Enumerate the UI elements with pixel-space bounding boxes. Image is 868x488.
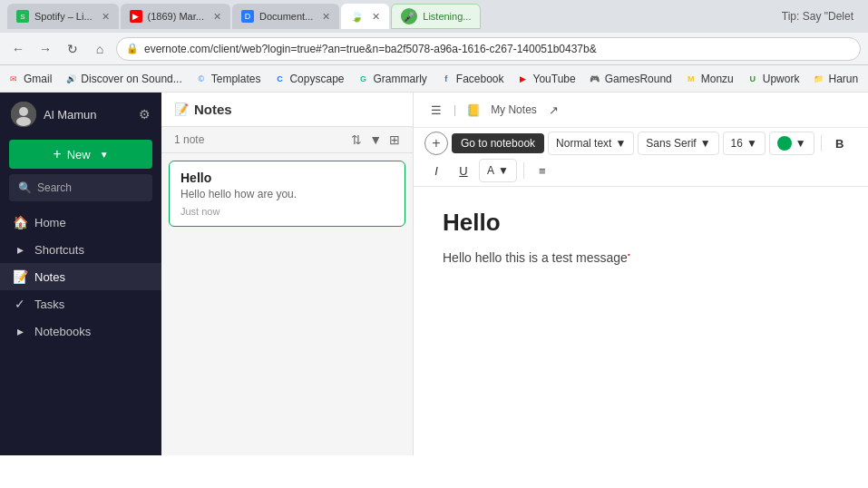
font-color-label: A [487,164,494,177]
tab-spotify-close[interactable]: ✕ [102,11,110,23]
sidebar-header: Al Mamun ⚙ [0,93,161,136]
tab-spotify[interactable]: S Spotify – Li... ✕ [7,4,119,29]
editor-toolbar: + Go to notebook Normal text ▼ Sans Seri… [414,128,868,187]
color-dropdown[interactable]: ▼ [769,132,814,155]
bookmark-templates[interactable]: © Templates [195,73,261,85]
topbar-left: ☰ | 📒 My Notes ↗ [424,98,566,122]
note-card-title: Hello [180,171,394,185]
sidebar-item-notes-label: Notes [34,270,65,284]
bookmark-youtube[interactable]: ▶ YouTube [517,73,576,85]
sidebar-item-notebooks[interactable]: ▸ Notebooks [0,317,161,345]
bookmark-gamesround-label: GamesRound [605,73,672,85]
bookmarks-bar: ✉ Gmail 🔊 Discover on Sound... © Templat… [0,65,868,93]
note-card-hello[interactable]: Hello Hello hello how are you. Just now [169,161,405,227]
document-favicon: D [241,10,254,23]
bookmark-templates-label: Templates [211,73,261,85]
templates-icon: © [195,73,208,85]
italic-button[interactable]: I [424,159,448,182]
underline-button[interactable]: U [452,159,475,182]
new-button[interactable]: + New ▼ [9,140,152,169]
share-button[interactable]: ↗ [542,98,566,122]
harun-icon: 📁 [812,73,824,85]
toolbar-sep-2 [523,162,524,179]
back-button[interactable]: ← [7,38,29,60]
sidebar-item-home[interactable]: 🏠 Home [0,209,161,236]
search-button[interactable]: 🔍 Search [9,174,152,201]
bookmark-facebook[interactable]: f Facebook [440,73,504,85]
bookmark-monzu-label: Monzu [701,73,734,85]
settings-icon[interactable]: ⚙ [139,107,151,122]
soundcloud-icon: 🔊 [64,73,77,85]
bookmark-grammarly[interactable]: G Grammarly [357,73,427,85]
notes-icon: 📝 [13,269,27,284]
home-icon: 🏠 [13,215,27,229]
app-container: Al Mamun ⚙ + New ▼ 🔍 Search 🏠 Home ▸ Sho… [0,93,868,455]
tab-listening[interactable]: 🎤 Listening... [391,4,481,29]
bookmark-soundcloud-label: Discover on Sound... [81,73,181,85]
sidebar-toggle-button[interactable]: ☰ [424,98,448,122]
sidebar-item-notes[interactable]: 📝 Notes [0,263,161,290]
svg-point-2 [16,117,31,126]
bold-button[interactable]: B [828,132,852,155]
list-button[interactable]: ≡ [531,159,554,182]
plus-icon: + [53,146,61,162]
spellcheck-indicator: • [628,250,630,259]
tab-listening-title: Listening... [423,11,471,22]
shortcuts-icon: ▸ [13,242,27,257]
tab-document-close[interactable]: ✕ [322,11,330,23]
notebooks-icon: ▸ [13,324,27,338]
avatar [11,102,36,127]
text-style-dropdown[interactable]: Normal text ▼ [548,132,634,155]
notes-list-header: 📝 Notes [161,93,413,127]
sidebar-item-shortcuts[interactable]: ▸ Shortcuts [0,236,161,263]
forward-button[interactable]: → [34,38,56,60]
note-body[interactable]: Hello hello this is a test message• [443,248,839,268]
tab-evernote[interactable]: 🍃 ✕ [341,4,389,29]
sidebar-item-shortcuts-label: Shortcuts [34,243,84,257]
bookmark-soundcloud[interactable]: 🔊 Discover on Sound... [64,73,181,85]
notes-list-meta: 1 note ⇅ ▼ ⊞ [161,127,413,153]
home-button[interactable]: ⌂ [89,38,111,60]
view-toggle-button[interactable]: ⊞ [389,132,400,147]
gamesround-icon: 🎮 [589,73,601,85]
sidebar-nav: 🏠 Home ▸ Shortcuts 📝 Notes ✓ Tasks ▸ Not… [0,203,161,455]
size-label: 16 [731,137,743,150]
font-color-dropdown[interactable]: A ▼ [479,159,517,182]
filter-button[interactable]: ▼ [369,132,382,147]
sidebar-item-home-label: Home [34,216,66,229]
go-to-notebook-tooltip[interactable]: Go to notebook [452,133,544,153]
notebook-path: My Notes [491,103,537,116]
sort-button[interactable]: ⇅ [351,132,362,147]
tab-document[interactable]: D Document... ✕ [232,4,339,29]
bookmark-upwork[interactable]: U Upwork [746,73,800,85]
reload-button[interactable]: ↻ [62,38,83,60]
notes-count: 1 note [174,133,351,146]
browser-chrome: S Spotify – Li... ✕ ▶ (1869) Mar... ✕ D … [0,0,868,93]
tab-youtube-close[interactable]: ✕ [213,11,221,23]
bookmark-copyscape-label: Copyscape [289,73,344,85]
sidebar: Al Mamun ⚙ + New ▼ 🔍 Search 🏠 Home ▸ Sho… [0,93,161,455]
bookmark-gamesround[interactable]: 🎮 GamesRound [589,73,672,85]
bookmark-monzu[interactable]: M Monzu [685,73,734,85]
editor-topbar: ☰ | 📒 My Notes ↗ [414,93,868,128]
font-chevron: ▼ [700,137,711,150]
tab-youtube[interactable]: ▶ (1869) Mar... ✕ [121,4,230,29]
tab-evernote-close[interactable]: ✕ [372,11,380,23]
address-text: evernote.com/client/web?login=true#?an=t… [144,43,597,55]
bookmark-gmail[interactable]: ✉ Gmail [7,73,52,85]
go-to-notebook-container: Go to notebook [452,133,544,153]
size-dropdown[interactable]: 16 ▼ [723,132,766,155]
note-body-text: Hello hello this is a test message [443,250,628,265]
monzu-icon: M [685,73,697,85]
sidebar-item-tasks[interactable]: ✓ Tasks [0,290,161,317]
bookmark-harun[interactable]: 📁 Harun [812,73,858,85]
bookmark-copyscape[interactable]: C Copyscape [273,73,344,85]
bookmark-youtube-label: YouTube [533,73,576,85]
address-bar[interactable]: 🔒 evernote.com/client/web?login=true#?an… [116,37,861,61]
text-style-chevron: ▼ [615,137,626,150]
add-content-button[interactable]: + [424,132,448,155]
font-dropdown[interactable]: Sans Serif ▼ [638,132,718,155]
editor-content[interactable]: Hello Hello hello this is a test message… [414,187,868,455]
tab-document-title: Document... [259,11,313,22]
notes-list-title: Notes [194,102,400,117]
